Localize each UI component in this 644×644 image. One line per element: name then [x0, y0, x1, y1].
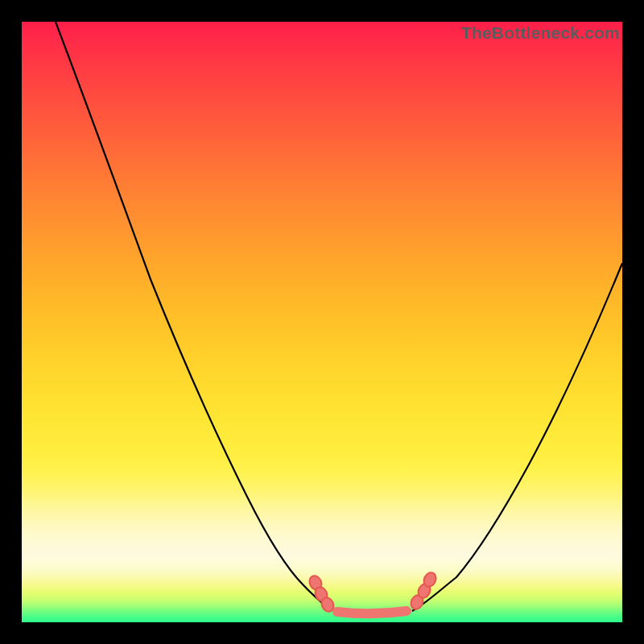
right-curve [412, 263, 622, 611]
valley-bridge [337, 611, 407, 613]
left-curve [56, 22, 332, 611]
valley-dots [308, 571, 438, 613]
outer-frame: TheBottleneck.com [0, 0, 644, 644]
plot-area: TheBottleneck.com [22, 22, 622, 622]
chart-svg [22, 22, 622, 622]
